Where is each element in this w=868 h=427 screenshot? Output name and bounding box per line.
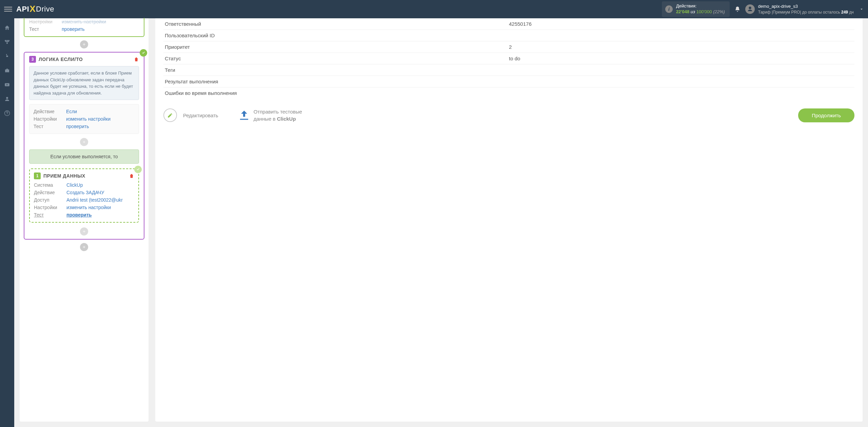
logo-x: X [29, 4, 36, 14]
top-block: Настройки изменить настройки Тест провер… [24, 18, 144, 37]
sidebar-home[interactable] [0, 21, 14, 35]
prop-label: Настройки [29, 19, 58, 24]
delete-icon[interactable] [134, 57, 139, 62]
logo-drive: Drive [36, 5, 54, 14]
block-props: ДействиеЕсли Настройкиизменить настройки… [29, 104, 139, 134]
sidebar-help[interactable] [0, 106, 14, 120]
test-link[interactable]: проверить [62, 26, 85, 32]
table-row: Пользовательский ID [163, 30, 854, 41]
send-label-1: Отправить тестовые [254, 108, 302, 115]
continue-button[interactable]: Продолжить [798, 108, 854, 122]
send-test-data[interactable]: Отправить тестовые данные в ClickUp [238, 108, 302, 122]
actions-of: из [691, 9, 695, 14]
info-icon: i [665, 5, 673, 13]
sidebar-briefcase[interactable] [0, 64, 14, 77]
test-link[interactable]: проверить [66, 124, 89, 129]
action-bar: Редактировать Отправить тестовые данные … [163, 108, 854, 122]
top-header: APIXDrive i Действия: 22'048 из 100'000 … [0, 0, 868, 18]
prop-label: Действие [34, 109, 63, 114]
block-description: Данное условие сработает, если в блоке П… [29, 66, 139, 100]
table-row: Ответственный42550176 [163, 18, 854, 30]
actions-counter[interactable]: i Действия: 22'048 из 100'000 (22%) [662, 1, 730, 17]
field-value [509, 79, 853, 84]
block-title: ЛОГИКА ЕСЛИ/ТО [39, 57, 83, 62]
test-link[interactable]: проверить [66, 212, 92, 218]
receive-block: 1 ПРИЕМ ДАННЫХ СистемаClickUp ДействиеСо… [29, 168, 139, 223]
left-sidebar [0, 18, 14, 427]
table-row: Ошибки во время выполнения [163, 87, 854, 99]
field-key: Статус [165, 56, 509, 61]
field-value: to do [509, 56, 853, 61]
prop-label: Тест [34, 212, 63, 218]
table-row: Приоритет2 [163, 41, 854, 53]
field-key: Ошибки во время выполнения [165, 90, 509, 96]
block-number: 1 [34, 172, 41, 179]
add-step-button[interactable] [80, 138, 88, 146]
send-label-2: данные в [254, 116, 277, 122]
svg-point-5 [6, 97, 8, 99]
edit-label: Редактировать [183, 113, 218, 118]
tariff-prefix: Тариф |Премиум PRO| до оплаты осталось [758, 10, 841, 15]
sidebar-profile[interactable] [0, 92, 14, 106]
edit-button[interactable] [163, 108, 177, 122]
add-step-button[interactable] [80, 40, 88, 48]
prop-value[interactable]: ClickUp [66, 182, 83, 188]
prop-label: Тест [34, 124, 63, 129]
field-key: Приоритет [165, 44, 509, 50]
field-value: 2 [509, 44, 853, 50]
prop-label: Доступ [34, 197, 63, 203]
condition-bar: Если условие выполняется, то [29, 149, 139, 164]
add-step-button[interactable] [80, 243, 88, 251]
send-target: ClickUp [277, 116, 296, 122]
user-text: demo_apix-drive_s3 Тариф |Премиум PRO| д… [758, 3, 854, 15]
user-menu[interactable]: demo_apix-drive_s3 Тариф |Премиум PRO| д… [745, 3, 864, 15]
svg-rect-0 [5, 40, 6, 41]
field-key: Ответственный [165, 21, 509, 27]
add-step-button[interactable] [80, 227, 88, 236]
svg-rect-3 [6, 43, 8, 44]
svg-rect-2 [8, 40, 9, 41]
field-value: 42550176 [509, 21, 853, 27]
logo[interactable]: APIXDrive [16, 4, 54, 15]
details-panel: Ответственный42550176 Пользовательский I… [155, 18, 863, 422]
table-row: Теги [163, 64, 854, 76]
delete-icon[interactable] [129, 173, 134, 179]
header-right: i Действия: 22'048 из 100'000 (22%) demo… [662, 1, 864, 17]
menu-toggle[interactable] [4, 5, 12, 13]
field-value [509, 67, 853, 73]
actions-text: Действия: 22'048 из 100'000 (22%) [676, 3, 725, 15]
field-key: Результат выполнения [165, 79, 509, 84]
field-key: Пользовательский ID [165, 33, 509, 38]
settings-link[interactable]: изменить настройки [66, 116, 111, 122]
prop-value[interactable]: Andrii test (test20022@ukr [66, 197, 123, 203]
settings-link[interactable]: изменить настройки [62, 19, 106, 24]
prop-label: Тест [29, 26, 58, 32]
sidebar-video[interactable] [0, 78, 14, 92]
sidebar-connections[interactable] [0, 35, 14, 49]
bell-icon[interactable] [734, 6, 741, 12]
prop-row: Тест проверить [29, 25, 139, 33]
tariff-days: 249 [841, 10, 848, 15]
sidebar-billing[interactable] [0, 49, 14, 63]
tariff-suffix: дн [848, 10, 854, 15]
prop-value[interactable]: Создать ЗАДАЧУ [66, 190, 104, 195]
block-title: ПРИЕМ ДАННЫХ [43, 173, 85, 179]
prop-value[interactable]: Если [66, 109, 77, 114]
table-row: Статусto do [163, 53, 854, 64]
field-value [509, 33, 853, 38]
settings-link[interactable]: изменить настройки [66, 205, 111, 210]
workflow-column: Настройки изменить настройки Тест провер… [20, 18, 149, 422]
actions-label: Действия: [676, 3, 725, 9]
block-header: 3 ЛОГИКА ЕСЛИ/ТО [24, 53, 144, 66]
actions-max: 100'000 [696, 9, 712, 14]
table-row: Результат выполнения [163, 76, 854, 87]
prop-label: Настройки [34, 205, 63, 210]
field-key: Теги [165, 67, 509, 73]
prop-label: Настройки [34, 116, 63, 122]
actions-pct: (22%) [713, 9, 725, 14]
actions-count: 22'048 [676, 9, 689, 14]
svg-rect-1 [6, 40, 8, 41]
user-name: demo_apix-drive_s3 [758, 3, 854, 9]
prop-label: Действие [34, 190, 63, 195]
logic-block: 3 ЛОГИКА ЕСЛИ/ТО Данное условие сработае… [24, 52, 144, 240]
